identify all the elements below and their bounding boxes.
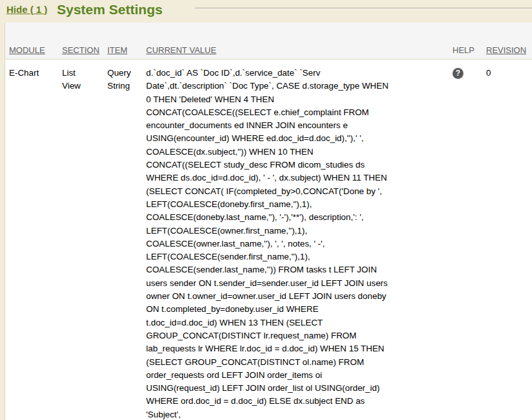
cell-revision: 0 bbox=[486, 67, 491, 80]
page-title: System Settings bbox=[57, 2, 162, 17]
cell-section: List View bbox=[62, 67, 96, 93]
title-band: Hide ( 1 ) System Settings bbox=[0, 0, 532, 23]
help-icon[interactable]: ? bbox=[452, 68, 463, 79]
hide-link[interactable]: Hide ( 1 ) bbox=[6, 4, 47, 15]
cell-current-value: d.`doc_id` AS `Doc ID`,d.`service_date` … bbox=[146, 67, 447, 420]
column-header-current-value[interactable]: CURRENT VALUE bbox=[146, 45, 217, 55]
table-header-row: MODULE SECTION ITEM CURRENT VALUE HELP R… bbox=[5, 23, 532, 60]
column-header-item[interactable]: ITEM bbox=[107, 45, 127, 55]
column-header-section[interactable]: SECTION bbox=[62, 45, 100, 55]
title-divider bbox=[195, 8, 532, 9]
left-edge-strip bbox=[0, 0, 5, 420]
system-settings-page: Hide ( 1 ) System Settings MODULE SECTIO… bbox=[0, 0, 532, 420]
column-header-revision[interactable]: REVISION bbox=[486, 45, 526, 55]
column-header-module[interactable]: MODULE bbox=[9, 45, 45, 55]
column-header-help: HELP bbox=[452, 45, 474, 55]
cell-item: Query String bbox=[107, 67, 141, 93]
table-row: E-Chart List View Query String d.`doc_id… bbox=[5, 60, 532, 420]
cell-module: E-Chart bbox=[9, 67, 39, 80]
